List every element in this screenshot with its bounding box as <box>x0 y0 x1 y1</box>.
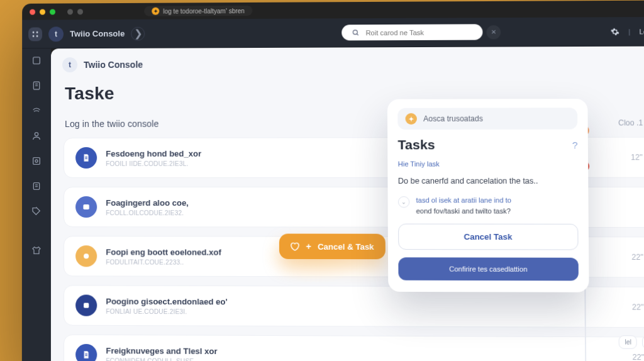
panel-sub-line: eond fov/taski and twilto task? <box>416 206 512 216</box>
task-title: Freigknuveges and Tlesl xor <box>106 346 217 356</box>
task-title: Foagingerd aloo coe, <box>106 198 189 208</box>
app-window: ✦ log te todoroe-tlaltyam' sbren t Twiio… <box>22 1 644 361</box>
svg-rect-17 <box>85 158 87 159</box>
breadcrumb-text: Twiio Console <box>84 60 143 70</box>
right-control-chips: lel ·· <box>619 335 644 349</box>
task-value: 22'' <box>632 303 644 311</box>
window-minimize-icon[interactable] <box>40 9 45 14</box>
search-icon <box>352 28 360 36</box>
panel-tag: Hie Tiniy lask <box>398 160 578 167</box>
section-meta: Cloo .1 <box>618 118 643 127</box>
window-close-icon[interactable] <box>30 9 35 14</box>
panel-body: Do be canerfd and cancelation the tas.. <box>398 175 578 188</box>
svg-rect-16 <box>85 157 87 157</box>
panel-title: Tasks <box>397 137 435 152</box>
task-title: Fesdoeng hond bed_xor <box>106 148 201 158</box>
task-row[interactable]: Freigknuveges and Tlesl xorFCONNIDEM COD… <box>64 335 644 361</box>
panel-sub-line: tasd ol isek at aratii lane ind to <box>416 195 511 206</box>
sidebar-item-notes[interactable] <box>30 179 43 193</box>
svg-point-3 <box>36 35 38 37</box>
svg-rect-13 <box>33 183 39 190</box>
task-type-icon <box>75 196 97 218</box>
svg-point-10 <box>35 133 38 136</box>
heart-icon <box>289 242 299 252</box>
svg-rect-20 <box>84 303 89 308</box>
chip[interactable]: lel <box>619 335 637 349</box>
breadcrumb-forward-button[interactable]: ❯ <box>131 26 145 40</box>
app-topbar: t Twiio Console ❯ ✕ | Lexi te <box>22 17 644 49</box>
panel-breadcrumb[interactable]: ✦ Aosca trusoatads <box>397 108 577 130</box>
nav-menu-icon[interactable] <box>28 27 42 41</box>
plus-icon: + <box>306 242 311 252</box>
svg-rect-18 <box>83 204 89 209</box>
panel-breadcrumb-text: Aosca trusoatads <box>423 114 483 123</box>
task-type-icon <box>75 294 97 316</box>
task-meta: FODULITAIT.COUE.2233.. <box>106 258 221 265</box>
svg-rect-11 <box>33 158 40 165</box>
svg-point-12 <box>35 160 38 162</box>
svg-rect-22 <box>85 355 87 356</box>
task-value: 22'' <box>633 353 644 361</box>
clear-search-button[interactable]: ✕ <box>487 25 501 39</box>
task-type-icon <box>75 245 97 267</box>
task-panel: ✦ Aosca trusoatads Tasks ? Hie Tiniy las… <box>387 99 589 292</box>
window-maximize-icon[interactable] <box>50 9 55 14</box>
sidebar-item-home[interactable] <box>30 53 43 67</box>
global-search[interactable] <box>341 24 482 40</box>
sidebar-item-tasks[interactable] <box>30 154 43 168</box>
svg-point-0 <box>33 31 35 33</box>
panel-badge-icon: ✦ <box>405 113 416 125</box>
svg-point-2 <box>33 35 35 37</box>
sidebar-item-users[interactable] <box>30 129 43 143</box>
cancel-task-fab[interactable]: + Cancel & Task <box>279 234 386 260</box>
main-content: t Twiio Console Taske Log in the twiio c… <box>51 46 644 361</box>
topbar-user-label[interactable]: Lexi te <box>640 28 644 35</box>
task-meta: FCOLL.OILCODUE.2IE32. <box>106 209 189 216</box>
help-icon[interactable]: ? <box>572 139 578 150</box>
chevron-down-icon[interactable]: ⌄ <box>398 197 409 208</box>
sidebar-item-planner[interactable] <box>30 104 43 118</box>
svg-point-1 <box>36 31 38 33</box>
svg-point-19 <box>84 253 89 258</box>
search-input[interactable] <box>365 28 472 36</box>
sidebar-item-apparel[interactable] <box>30 243 43 257</box>
sidebar-item-docs[interactable] <box>30 79 43 92</box>
task-value: 22'' <box>631 253 643 262</box>
tab-dot-icon <box>77 9 83 14</box>
cancel-task-button[interactable]: Cancel Task <box>398 224 579 250</box>
brand-chip-icon[interactable]: t <box>62 57 77 72</box>
svg-rect-6 <box>33 57 40 64</box>
gear-icon[interactable] <box>610 27 619 36</box>
svg-line-5 <box>357 34 358 35</box>
brand-badge-icon[interactable]: t <box>48 26 64 42</box>
panel-sub: ⌄ tasd ol isek at aratii lane ind to eon… <box>398 195 578 216</box>
task-meta: FONLIAI UE.CODUE.2IE3I. <box>106 308 227 315</box>
svg-rect-21 <box>85 353 87 354</box>
task-value: 12'' <box>631 153 643 162</box>
address-bar[interactable]: ✦ log te todoroe-tlaltyam' sbren <box>144 6 252 16</box>
fab-label: Cancel & Task <box>318 242 374 251</box>
task-meta: FCONNIDEM CODULL-SUSE. <box>106 357 217 361</box>
confirm-cancel-button[interactable]: Confirire tes casedlattion <box>398 258 579 281</box>
tab-dot-icon <box>67 9 73 14</box>
task-title: Poogino gisoect.endonlaed eo' <box>106 296 227 306</box>
task-type-icon <box>75 344 97 361</box>
url-label: log te todoroe-tlaltyam' sbren <box>163 7 245 14</box>
sidebar <box>22 48 51 361</box>
brand-title: Twiio Console <box>70 29 125 38</box>
task-title: Foopi eng boott eoeloned.xof <box>106 247 221 257</box>
svg-point-4 <box>353 30 358 35</box>
section-title: Log in the twiio console <box>65 119 158 129</box>
task-type-icon <box>75 147 97 169</box>
site-favicon-icon: ✦ <box>152 8 159 15</box>
task-meta: FOOILI IIDE.CODUE.2IE3L. <box>106 160 201 167</box>
sidebar-item-tag[interactable] <box>30 204 43 218</box>
